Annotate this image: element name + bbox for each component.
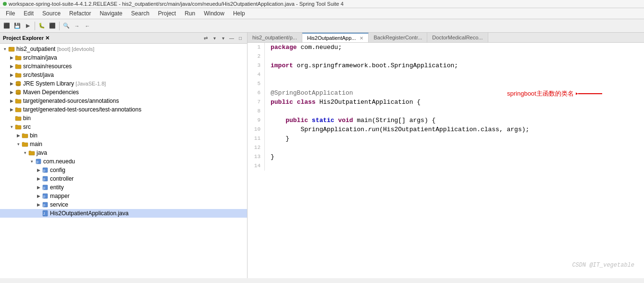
tree-arrow-target_generated[interactable]: ▶ (9, 98, 14, 103)
tab-label-his2_outpatient_p: his2_outpatient/p... (252, 35, 297, 40)
project-explorer-panel: Project Explorer ✕ ⇄ ▾ ▾ — □ ▾his2_outpa… (0, 33, 248, 278)
tree-item-src_main_java[interactable]: ▶src/main/java (0, 53, 247, 62)
code-line-1: 1package com.neuedu; (248, 43, 644, 52)
tree-arrow-src_main_resources[interactable]: ▶ (9, 64, 14, 69)
tree-item-src_main_resources[interactable]: ▶src/main/resources (0, 62, 247, 71)
line-number-6: 6 (248, 88, 265, 98)
tree-arrow-com_neuedu[interactable]: ▾ (29, 159, 35, 164)
code-line-13: 13} (248, 152, 644, 161)
package-icon: p (41, 192, 49, 200)
code-line-4: 4 (248, 70, 644, 79)
line-number-7: 7 (248, 98, 265, 107)
tree-arrow-target_test[interactable]: ▶ (9, 107, 14, 112)
tree-arrow-src[interactable]: ▾ (9, 124, 14, 129)
tree-arrow-maven_deps[interactable]: ▶ (9, 90, 14, 95)
tree-arrow-mapper[interactable]: ▶ (36, 194, 41, 198)
sync-icon[interactable]: ⇄ (202, 34, 210, 42)
tree-item-His2OutpatientApplication[interactable]: JHis2OutpatientApplication.java (0, 209, 247, 218)
line-number-11: 11 (248, 134, 265, 143)
toolbar-prev-btn[interactable]: ← (83, 21, 92, 31)
line-content-3: import org.springframework.boot.SpringAp… (269, 61, 644, 70)
menu-item-project[interactable]: Project (154, 9, 180, 18)
folder-icon (14, 54, 22, 62)
jar-icon (14, 88, 22, 96)
tree-item-src_bin[interactable]: ▶bin (0, 131, 247, 140)
line-content-11: } (269, 134, 644, 143)
menu-item-source[interactable]: Source (38, 9, 64, 18)
package-icon: p (41, 184, 49, 191)
menu-icon[interactable]: ▾ (219, 34, 227, 42)
tree-item-controller[interactable]: ▶pcontroller (0, 174, 247, 183)
folder-icon (14, 62, 22, 70)
code-line-7: 7public class His2OutpatientApplication … (248, 98, 644, 107)
tree-arrow-jre_library[interactable]: ▶ (9, 81, 14, 86)
menu-item-window[interactable]: Window (200, 9, 228, 18)
tree-arrow-src_test_java[interactable]: ▶ (9, 73, 14, 77)
tree-item-src_main[interactable]: ▾main (0, 140, 247, 148)
tree-item-bin[interactable]: bin (0, 114, 247, 123)
editor-tab-His2OutpatientApp[interactable]: His2OutpatientApp...✕ (302, 33, 369, 42)
tree-label-bin: bin (23, 115, 31, 122)
tree-item-src_main_java2[interactable]: ▾java (0, 148, 247, 157)
tree-arrow-service[interactable]: ▶ (36, 202, 41, 207)
tree-item-service[interactable]: ▶pservice (0, 200, 247, 209)
tree-item-src[interactable]: ▾src (0, 123, 247, 131)
tree-arrow-his2_outpatient[interactable]: ▾ (2, 47, 8, 51)
tree-arrow-src_main_java2[interactable]: ▾ (22, 150, 28, 155)
tree-arrow-src_bin[interactable]: ▶ (15, 133, 21, 138)
app-icon (3, 2, 7, 6)
line-content-7: public class His2OutpatientApplication { (269, 98, 644, 107)
tree-label-src_main_java: src/main/java (23, 54, 57, 61)
tab-close-His2OutpatientApp[interactable]: ✕ (359, 36, 363, 41)
menu-item-navigate[interactable]: Navigate (96, 9, 126, 18)
collapse-icon[interactable]: ▾ (211, 34, 218, 42)
tree-item-src_test_java[interactable]: ▶src/test/java (0, 71, 247, 79)
editor-tab-BackRegisterContr[interactable]: BackRegisterContr... (369, 33, 427, 42)
tree-item-maven_deps[interactable]: ▶Maven Dependencies (0, 88, 247, 97)
menu-item-run[interactable]: Run (181, 9, 199, 18)
toolbar-stop-btn[interactable]: ⬛ (48, 21, 57, 31)
editor-tab-his2_outpatient_p[interactable]: his2_outpatient/p... (248, 33, 302, 42)
tree-arrow-src_main_java[interactable]: ▶ (9, 55, 14, 60)
line-content-6: @SpringBootApplication (269, 88, 644, 98)
tree-label-service: service (50, 201, 68, 208)
tree-item-target_generated[interactable]: ▶target/generated-sources/annotations (0, 97, 247, 105)
tree-arrow-entity[interactable]: ▶ (36, 185, 41, 190)
tree-item-his2_outpatient[interactable]: ▾his2_outpatient [boot] [devtools] (0, 45, 247, 53)
tree-item-target_test[interactable]: ▶target/generated-test-sources/test-anno… (0, 105, 247, 114)
tree-item-com_neuedu[interactable]: ▾pcom.neuedu (0, 157, 247, 166)
toolbar-next-btn[interactable]: → (72, 21, 82, 31)
svg-text:p: p (43, 195, 45, 198)
tree-arrow-config[interactable]: ▶ (36, 168, 41, 172)
code-line-9: 9 public static void main(String[] args)… (248, 116, 644, 125)
tree-item-jre_library[interactable]: ▶JRE System Library [JavaSE-1.8] (0, 79, 247, 88)
tree-label-src_main_java2: java (37, 149, 47, 156)
maximize-icon[interactable]: □ (236, 34, 244, 42)
svg-rect-1 (9, 47, 11, 49)
menu-item-help[interactable]: Help (229, 9, 249, 18)
svg-text:p: p (43, 177, 45, 181)
menu-item-edit[interactable]: Edit (20, 9, 37, 18)
tree-arrow-controller[interactable]: ▶ (36, 176, 41, 181)
code-line-12: 12 (248, 143, 644, 152)
tree-arrow-src_main[interactable]: ▾ (15, 142, 21, 147)
menu-item-refactor[interactable]: Refactor (65, 9, 95, 18)
menu-item-search[interactable]: Search (127, 9, 153, 18)
toolbar-search-btn[interactable]: 🔍 (62, 21, 71, 31)
toolbar-back-btn[interactable]: ⬛ (2, 21, 12, 31)
toolbar-save-btn[interactable]: 💾 (12, 21, 22, 31)
tree-label-src_main: main (30, 141, 42, 148)
minimize-icon[interactable]: — (228, 34, 235, 42)
tree-item-entity[interactable]: ▶pentity (0, 183, 247, 192)
toolbar-debug-btn[interactable]: 🐛 (37, 21, 47, 31)
toolbar-run-btn[interactable]: ▶ (23, 21, 33, 31)
jar-icon (14, 80, 22, 87)
tree-item-config[interactable]: ▶pconfig (0, 166, 247, 174)
line-content-13: } (269, 152, 644, 161)
menu-item-file[interactable]: File (2, 9, 19, 18)
panel-title: Project Explorer ✕ (3, 35, 50, 41)
folder-icon (14, 106, 22, 113)
editor-tab-DoctorMedicalReco[interactable]: DoctorMedicalReco... (427, 33, 488, 42)
tree-item-mapper[interactable]: ▶pmapper (0, 192, 247, 200)
svg-text:p: p (43, 203, 45, 207)
